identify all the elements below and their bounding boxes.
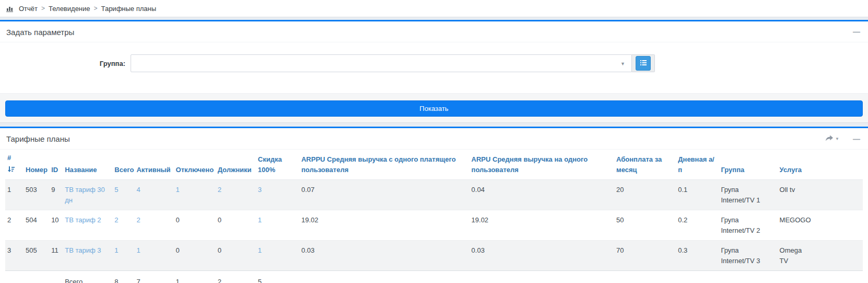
breadcrumb-item-report[interactable]: Отчёт <box>19 5 38 13</box>
collapse-panel-button[interactable]: — <box>851 134 862 144</box>
report-panel: Тарифные планы ▼ — <box>0 127 868 283</box>
cell-number: 504 <box>24 210 49 241</box>
group-list-button[interactable] <box>636 56 651 71</box>
sort-icon[interactable] <box>7 165 19 175</box>
cell-group: Група Internet/TV 1 <box>719 180 777 210</box>
discount-count-link[interactable]: 3 <box>258 186 262 194</box>
tariff-name-link[interactable]: ТВ тариф 3 <box>65 246 101 254</box>
cell-number: 503 <box>24 180 49 210</box>
cell-monthly-fee: 50 <box>614 210 676 241</box>
active-count-link[interactable]: 1 <box>136 246 140 254</box>
total-count-link[interactable]: 2 <box>114 216 118 224</box>
cell-empty <box>814 271 863 283</box>
group-select-addon <box>632 54 655 72</box>
discount-count-link[interactable]: 1 <box>258 246 262 254</box>
column-header-active[interactable]: Активный <box>134 150 173 180</box>
chevron-down-icon: ▼ <box>620 61 625 66</box>
cell-group: Група Internet/TV 2 <box>719 210 777 241</box>
cell-disconnected: 0 <box>174 241 216 271</box>
table-row: 3 505 11 ТВ тариф 3 1 1 0 0 1 0.03 0.03 … <box>5 241 863 271</box>
cell-empty <box>49 271 63 283</box>
total-count-link[interactable]: 1 <box>114 246 118 254</box>
cell-monthly-fee: 70 <box>614 241 676 271</box>
cell-active: 2 <box>134 210 173 241</box>
cell-empty <box>719 271 777 283</box>
cell-service: Oll tv <box>778 180 814 210</box>
column-header-arppu[interactable]: ARPPU Средняя выручка с одного платящего… <box>299 150 470 180</box>
cell-arpu: 19.02 <box>470 210 615 241</box>
export-share-button[interactable]: ▼ <box>823 134 841 144</box>
report-panel-title: Тарифные планы <box>6 134 70 143</box>
active-count-link[interactable]: 2 <box>136 216 140 224</box>
cell-group: Група Internet/TV 3 <box>719 241 777 271</box>
cell-debtors: 0 <box>216 241 256 271</box>
tariff-name-link[interactable]: ТВ тариф 2 <box>65 216 101 224</box>
cell-name: ТВ тариф 2 <box>63 210 112 241</box>
column-header-spacer <box>814 150 863 180</box>
totals-disconnected: 1 <box>174 271 216 283</box>
column-header-group[interactable]: Группа <box>719 150 777 180</box>
cell-total: 2 <box>112 210 134 241</box>
parameters-form: Группа: ▼ <box>0 42 868 93</box>
cell-total: 1 <box>112 241 134 271</box>
cell-active: 1 <box>134 241 173 271</box>
column-header-id[interactable]: ID <box>49 150 63 180</box>
table-row: 2 504 10 ТВ тариф 2 2 2 0 0 1 19.02 19.0… <box>5 210 863 241</box>
cell-spacer <box>814 241 863 271</box>
tariff-name-link[interactable]: ТВ тариф 30 дн <box>65 186 105 204</box>
debtors-count-link[interactable]: 2 <box>218 186 221 194</box>
cell-spacer <box>814 180 863 210</box>
column-header-discount[interactable]: Скидка 100% <box>256 150 299 180</box>
group-select[interactable]: ▼ <box>131 54 632 72</box>
cell-daily-fee: 0.2 <box>676 210 719 241</box>
table-header-row: # Номер ID Название Всего Активный Отклю… <box>5 150 863 180</box>
parameters-panel: Задать параметры — Группа: ▼ <box>0 20 868 122</box>
cell-num: 3 <box>5 241 24 271</box>
breadcrumb-separator: > <box>41 5 45 12</box>
cell-id: 11 <box>49 241 63 271</box>
column-header-monthly-fee[interactable]: Абонплата за месяц <box>614 150 676 180</box>
active-count-link[interactable]: 4 <box>136 186 140 194</box>
tariff-plans-table: # Номер ID Название Всего Активный Отклю… <box>5 150 863 283</box>
show-button[interactable]: Показать <box>5 100 863 117</box>
cell-debtors: 0 <box>216 210 256 241</box>
cell-arppu: 0.07 <box>299 180 470 210</box>
cell-disconnected: 1 <box>174 180 216 210</box>
cell-debtors: 2 <box>216 180 256 210</box>
cell-number: 505 <box>24 241 49 271</box>
cell-arpu: 0.04 <box>470 180 615 210</box>
share-icon <box>825 135 834 143</box>
column-header-disconnected[interactable]: Отключено <box>174 150 216 180</box>
discount-count-link[interactable]: 1 <box>258 216 262 224</box>
parameters-panel-title: Задать параметры <box>6 28 74 37</box>
cell-empty <box>778 271 814 283</box>
cell-empty <box>470 271 615 283</box>
cell-arppu: 19.02 <box>299 210 470 241</box>
total-count-link[interactable]: 5 <box>114 186 118 194</box>
column-header-num[interactable]: # <box>5 150 24 180</box>
column-header-debtors[interactable]: Должники <box>216 150 256 180</box>
cell-arppu: 0.03 <box>299 241 470 271</box>
totals-active: 7 <box>134 271 173 283</box>
disconnected-count-link[interactable]: 1 <box>176 186 180 194</box>
breadcrumb-item-tariff-plans[interactable]: Тарифные планы <box>101 5 157 13</box>
cell-arpu: 0.03 <box>470 241 615 271</box>
column-header-arpu[interactable]: ARPU Средняя выручка на одного пользоват… <box>470 150 615 180</box>
cell-num: 2 <box>5 210 24 241</box>
breadcrumb-item-television[interactable]: Телевидение <box>49 5 90 13</box>
cell-discount: 1 <box>256 241 299 271</box>
cell-discount: 3 <box>256 180 299 210</box>
column-header-daily-fee[interactable]: Дневная а/п <box>676 150 719 180</box>
column-header-name[interactable]: Название <box>63 150 112 180</box>
totals-row: Всего 8 7 1 2 5 <box>5 271 863 283</box>
collapse-panel-button[interactable]: — <box>851 27 862 37</box>
parameters-panel-header: Задать параметры — <box>0 21 868 42</box>
totals-discount: 5 <box>256 271 299 283</box>
column-header-total[interactable]: Всего <box>112 150 134 180</box>
cell-service: MEGOGO <box>778 210 814 241</box>
column-header-number[interactable]: Номер <box>24 150 49 180</box>
table-row: 1 503 9 ТВ тариф 30 дн 5 4 1 2 3 0.07 0.… <box>5 180 863 210</box>
column-header-service[interactable]: Услуга <box>778 150 814 180</box>
cell-daily-fee: 0.1 <box>676 180 719 210</box>
chevron-down-icon: ▼ <box>835 137 839 141</box>
